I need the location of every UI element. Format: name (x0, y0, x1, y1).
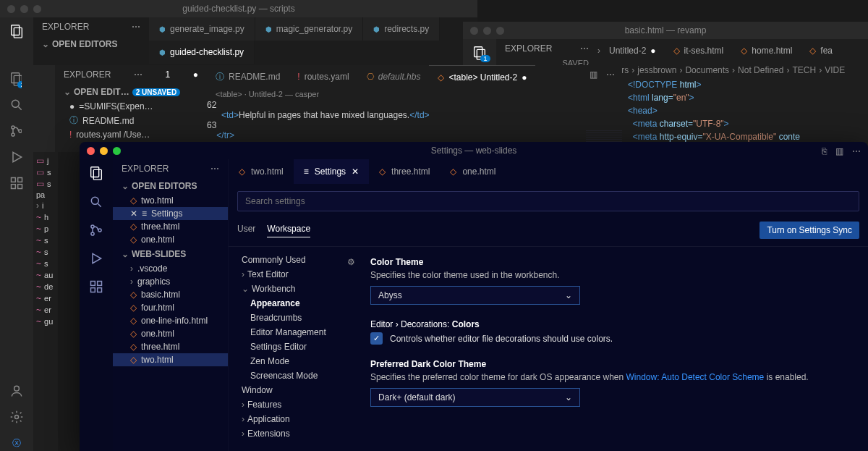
tab-one[interactable]: ◇one.html (440, 159, 506, 184)
tree-item[interactable]: ~s (33, 246, 84, 258)
preferred-dark-select[interactable]: Dark+ (default dark)⌄ (370, 388, 580, 407)
nav-breadcrumbs[interactable]: Breadcrumbs (229, 311, 352, 325)
tree-item[interactable]: ▭s (33, 167, 84, 178)
nav-workbench[interactable]: Workbench (229, 282, 352, 296)
decorations-checkbox[interactable]: ✓ (370, 332, 383, 345)
tree-item[interactable]: ◇one-line-info.html (113, 314, 228, 327)
tree-item[interactable]: ~s (33, 258, 84, 269)
tab-home[interactable]: ◇home.html (732, 39, 801, 62)
project-label[interactable]: WEB-SLIDES (132, 249, 186, 259)
open-editor-item[interactable]: ●=SUMIFS(Expen… (55, 100, 207, 113)
settings-icon[interactable] (9, 409, 25, 425)
tree-item[interactable]: .vscode (113, 262, 228, 275)
tree-item[interactable]: ◇one.html (113, 327, 228, 340)
breadcrumb[interactable]: Users › jessbrown › Documents › Not Defi… (597, 62, 868, 78)
nav-editor-mgmt[interactable]: Editor Management (229, 325, 352, 340)
more-icon[interactable]: ⋯ (580, 43, 589, 54)
traffic-lights[interactable] (470, 27, 504, 35)
split-icon[interactable]: ▥ (590, 69, 597, 80)
tree-item[interactable]: ~au (33, 269, 84, 281)
tree-item[interactable]: ~p (33, 223, 84, 235)
tab-three[interactable]: ◇three.html (369, 159, 440, 184)
settings-sync-button[interactable]: Turn on Settings Sync (760, 222, 859, 239)
tab-default-hbs[interactable]: ⎔default.hbs (358, 65, 430, 88)
close-icon[interactable]: ✕ (352, 167, 359, 177)
extensions-icon[interactable] (89, 279, 103, 296)
traffic-lights[interactable] (7, 5, 41, 13)
split-icon[interactable]: ▥ (835, 146, 843, 156)
open-editor-three[interactable]: ◇three.html (113, 220, 228, 233)
tab-settings[interactable]: ≡Settings✕ (294, 159, 369, 184)
scope-user[interactable]: User (237, 224, 255, 237)
tree-item[interactable]: ▭s (33, 178, 84, 190)
color-theme-select[interactable]: Abyss⌄ (370, 286, 580, 305)
open-editors-label[interactable]: OPEN EDIT… (74, 87, 129, 97)
tab-routes[interactable]: !routes.yaml (289, 65, 357, 88)
nav-features[interactable]: Features (229, 397, 352, 412)
open-editor-item[interactable]: ⓘREADME.md (55, 113, 207, 128)
more-icon[interactable]: ⋯ (132, 22, 140, 32)
search-icon[interactable] (89, 195, 103, 211)
tree-item[interactable]: ▭j (33, 155, 84, 167)
tree-item[interactable]: ~s (33, 235, 84, 246)
nav-commonly-used[interactable]: Commonly Used (229, 253, 352, 267)
tab-it-ses[interactable]: ◇it-ses.html (665, 39, 733, 62)
breadcrumb[interactable]: <table> · Untitled-2 — casper (207, 88, 622, 100)
tab-untitled2[interactable]: Untitled-2● (600, 39, 665, 62)
more-icon[interactable]: ⋯ (134, 69, 142, 80)
more-icon[interactable]: ⋯ (606, 69, 615, 80)
scope-workspace[interactable]: Workspace (267, 224, 310, 237)
tab-two[interactable]: ◇two.html (229, 159, 294, 184)
tree-item[interactable]: ~er (33, 292, 84, 304)
nav-appearance[interactable]: Appearance (229, 296, 352, 311)
tab-readme[interactable]: ⓘREADME.md (207, 65, 289, 88)
open-file-icon[interactable]: ⎘ (822, 146, 827, 156)
tab-generate-image[interactable]: generate_image.py (149, 17, 255, 41)
open-editors-label[interactable]: OPEN EDITORS (52, 39, 117, 49)
tree-item[interactable]: ◇basic.html (113, 288, 228, 301)
tab-guided-checklist[interactable]: guided-checklist.py (149, 41, 255, 64)
tree-item[interactable]: ~h (33, 211, 84, 223)
open-editor-item[interactable]: !routes.yaml /Use… (55, 128, 207, 141)
source-control-icon[interactable] (89, 223, 103, 240)
tab-fea[interactable]: ◇fea (801, 39, 841, 62)
open-editor-two[interactable]: ◇two.html (113, 194, 228, 207)
svg-rect-27 (98, 282, 102, 286)
tab-untitled2[interactable]: ◇<table> Untitled-2● (429, 65, 535, 88)
debug-icon[interactable] (89, 251, 103, 268)
tree-item[interactable]: graphics (113, 275, 228, 288)
setting-desc: Controls whether editor file decorations… (390, 334, 613, 344)
open-editors-label[interactable]: OPEN EDITORS (132, 181, 197, 191)
open-editor-one[interactable]: ◇one.html (113, 233, 228, 246)
more-icon[interactable]: ⋯ (210, 164, 219, 174)
explorer-icon[interactable]: 1 (472, 45, 488, 61)
nav-settings-editor[interactable]: Settings Editor (229, 340, 352, 354)
nav-zen[interactable]: Zen Mode (229, 354, 352, 368)
tree-item[interactable]: pa (33, 190, 84, 200)
account-icon[interactable] (9, 383, 25, 399)
nav-text-editor[interactable]: Text Editor (229, 267, 352, 282)
tree-item[interactable]: ◇four.html (113, 301, 228, 314)
tree-item[interactable]: ~er (33, 304, 84, 316)
traffic-lights[interactable] (87, 147, 121, 155)
tab-redirects[interactable]: redirects.py (363, 17, 440, 41)
more-icon[interactable]: ⋯ (852, 146, 861, 156)
explorer-icon[interactable] (88, 165, 104, 183)
settings-search-input[interactable] (237, 191, 859, 211)
nav-window[interactable]: Window (229, 383, 352, 397)
tree-item[interactable]: ~gu (33, 316, 84, 327)
tab-magic-generator[interactable]: magic_generator.py (255, 17, 363, 41)
nav-screencast[interactable]: Screencast Mode (229, 368, 352, 383)
extensions-icon[interactable] (9, 175, 25, 191)
tree-item[interactable]: ◇three.html (113, 340, 228, 353)
error-icon[interactable]: ⓧ (9, 435, 25, 451)
nav-extensions[interactable]: Extensions (229, 426, 352, 441)
explorer-icon[interactable] (9, 23, 25, 39)
tree-item[interactable]: i (33, 200, 84, 211)
auto-detect-link[interactable]: Window: Auto Detect Color Scheme (626, 372, 765, 382)
nav-application[interactable]: Application (229, 412, 352, 426)
tree-item[interactable]: ~de (33, 281, 84, 292)
open-editor-settings[interactable]: ✕≡Settings (113, 207, 228, 220)
gear-icon[interactable]: ⚙ (347, 257, 355, 267)
tree-item[interactable]: ◇two.html (113, 353, 228, 366)
